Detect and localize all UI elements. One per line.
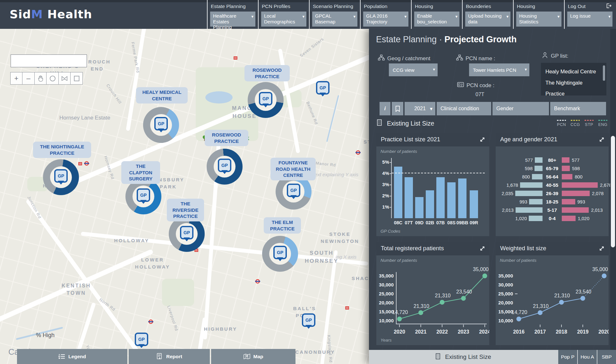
gp-list-item[interactable]: Healy Medical Centre xyxy=(545,66,602,77)
map-area-label: SHACKLEWELL xyxy=(352,275,369,282)
map-button[interactable]: Map xyxy=(211,349,295,364)
practice-name-label[interactable]: THE RIVERSIDE PRACTICE xyxy=(167,199,204,221)
chevron-down-icon: ▾ xyxy=(608,14,611,19)
gp-practice-pin[interactable]: GP xyxy=(135,333,148,346)
gender-select[interactable]: Gender▾ xyxy=(492,102,549,115)
building-icon xyxy=(435,353,441,361)
expand-icon[interactable] xyxy=(479,136,485,143)
legend-button[interactable]: Legend xyxy=(17,349,127,364)
pyramid-bar-left xyxy=(529,216,543,221)
gp-practice-pin[interactable]: GP xyxy=(259,92,272,105)
legend-label: STP xyxy=(583,122,595,127)
svg-text:2016: 2016 xyxy=(513,329,525,335)
rect-select-button[interactable] xyxy=(70,72,83,85)
chevron-down-icon: ▾ xyxy=(506,14,509,19)
nav-dropdown-4[interactable]: Enable bou_selection▾ xyxy=(414,12,459,27)
practice-name-label[interactable]: THE NIGHTINGALE PRACTICE xyxy=(33,142,91,158)
y-tick-label: 1% xyxy=(378,204,389,210)
svg-text:2020: 2020 xyxy=(394,329,405,335)
building-icon xyxy=(376,119,383,128)
practice-name-label[interactable]: THE CLAPTON SURGERY xyxy=(121,161,160,184)
pan-button[interactable] xyxy=(34,72,47,85)
svg-text:25,000: 25,000 xyxy=(498,291,513,296)
geog-select[interactable]: CCG view▾ xyxy=(389,63,438,76)
expand-icon[interactable] xyxy=(599,245,605,252)
pyramid-bar-left xyxy=(520,182,543,188)
gp-list-scrollbar[interactable] xyxy=(603,65,605,81)
pyramid-bar-right xyxy=(562,182,598,188)
map-canvas[interactable]: SHEPHERD'S HILLCROUCH ENDMANOR HOUSEFINS… xyxy=(0,29,369,364)
map-watermark-text: Text explaining Y axis xyxy=(312,172,358,177)
gp-practice-pin[interactable]: GP xyxy=(154,117,168,130)
svg-text:10,000: 10,000 xyxy=(498,318,513,323)
pcn-name-select[interactable]: Tower Hamlets PCN▾ xyxy=(469,63,529,76)
sbp-button[interactable]: SBP xyxy=(597,350,616,364)
gp-practice-pin[interactable]: GP xyxy=(287,184,300,197)
gp-practice-pin[interactable]: GP xyxy=(54,169,68,183)
zoom-out-button[interactable]: – xyxy=(22,72,35,85)
nav-dropdown-0[interactable]: Healthcare Estates Planning▾ xyxy=(210,12,255,27)
year-select[interactable]: 2021▾ xyxy=(405,102,435,115)
pyramid-value-right: 1,020 xyxy=(578,216,589,221)
nav-dropdown-7[interactable]: Log issue▾ xyxy=(567,12,612,27)
nav-dropdown-3[interactable]: GLA 2016 Trajectory▾ xyxy=(363,12,408,27)
practice-name-label[interactable]: FOUNTAYNE ROAD HEALTH CENTRE xyxy=(270,158,316,180)
hou-a-button[interactable]: Hou A xyxy=(577,350,597,364)
pyramid-value-left: 1,678 xyxy=(507,182,518,188)
practice-name-label[interactable]: ROSEWOOD PRACTICE xyxy=(205,130,248,146)
map-road-label: Kingsland Rd xyxy=(327,335,333,363)
pop-p-button[interactable]: Pop P xyxy=(558,350,577,364)
gp-practice-pin[interactable]: GP xyxy=(316,81,329,95)
nav-dropdown-5[interactable]: Upload housing data▾ xyxy=(465,12,510,27)
existing-list-size-button[interactable]: Existing List Size xyxy=(369,350,557,364)
bar-07T xyxy=(405,177,413,218)
pyramid-age-label: 56-64 xyxy=(543,174,561,180)
doctor-icon xyxy=(542,52,548,60)
legend-dash xyxy=(557,120,566,121)
gp-list[interactable]: Healy Medical CentreThe Nightingale Prac… xyxy=(541,63,606,95)
logout-icon[interactable] xyxy=(606,3,612,9)
zoom-in-button[interactable]: + xyxy=(10,72,23,85)
map-watermark-text: ing X axis xyxy=(336,254,356,260)
gp-practice-pin[interactable]: GP xyxy=(273,246,287,259)
gp-practice-pin[interactable]: GP xyxy=(180,226,193,239)
expand-icon[interactable] xyxy=(599,136,605,143)
gp-practice-pin[interactable]: GP xyxy=(218,159,231,172)
gp-practice-pin[interactable]: GP xyxy=(137,188,150,202)
gp-practice-pin[interactable]: GP xyxy=(302,313,315,327)
clinical-condition-select[interactable]: Clinical condition▾ xyxy=(437,102,491,115)
card-title: Weighted list size xyxy=(496,242,609,255)
map-search-input[interactable] xyxy=(11,54,87,67)
practice-name-label[interactable]: HEALY MEDICAL CENTRE xyxy=(136,87,188,103)
expand-icon[interactable] xyxy=(479,245,485,252)
pyramid-value-left: 577 xyxy=(525,157,533,163)
svg-text:20,000: 20,000 xyxy=(498,300,513,305)
nav-group-housing: HousingHousing Statistics▾ xyxy=(513,0,564,29)
card-practice-list-size: Practice List size 2021 Number of patien… xyxy=(376,133,489,236)
pyramid-value-right: 577 xyxy=(572,157,579,163)
pyramid-bar-right xyxy=(562,166,570,171)
pyramid-value-right: 2,678 xyxy=(600,182,612,188)
info-button[interactable]: i xyxy=(380,102,390,115)
practice-name-label[interactable]: THE ELM PRACTICE xyxy=(264,217,301,234)
map-area-label: HOLLOWAY xyxy=(105,237,158,244)
circle-select-button[interactable] xyxy=(46,72,59,85)
lasso-select-button[interactable] xyxy=(58,72,71,85)
report-button[interactable]: Report xyxy=(129,349,210,364)
svg-text:2022: 2022 xyxy=(436,329,448,335)
nav-dropdown-1[interactable]: Local Demographics▾ xyxy=(261,12,306,27)
pyramid-value-right: 2,078 xyxy=(592,191,603,196)
gp-list-item[interactable]: The Nightingale Practice xyxy=(545,77,602,95)
map-road-label: Junction Rd xyxy=(27,195,42,219)
svg-text:35,000: 35,000 xyxy=(592,267,608,272)
benchmark-select[interactable]: Benchmark▾ xyxy=(550,102,606,115)
panel-scrollbar-thumb[interactable] xyxy=(611,136,615,247)
nav-dropdown-6[interactable]: Housing Statistics▾ xyxy=(516,12,561,27)
practice-name-label[interactable]: ROSEWOOD PRACTICE xyxy=(244,65,290,81)
bottom-bar: Existing List Size Pop PHou ASBP xyxy=(369,350,616,364)
svg-text:23,540: 23,540 xyxy=(456,289,472,294)
bookmark-button[interactable] xyxy=(392,102,403,115)
chevron-down-icon: ▾ xyxy=(455,14,458,19)
pyramid-bar-left xyxy=(532,174,543,179)
nav-dropdown-2[interactable]: GPCAL Basemap▾ xyxy=(312,12,357,27)
